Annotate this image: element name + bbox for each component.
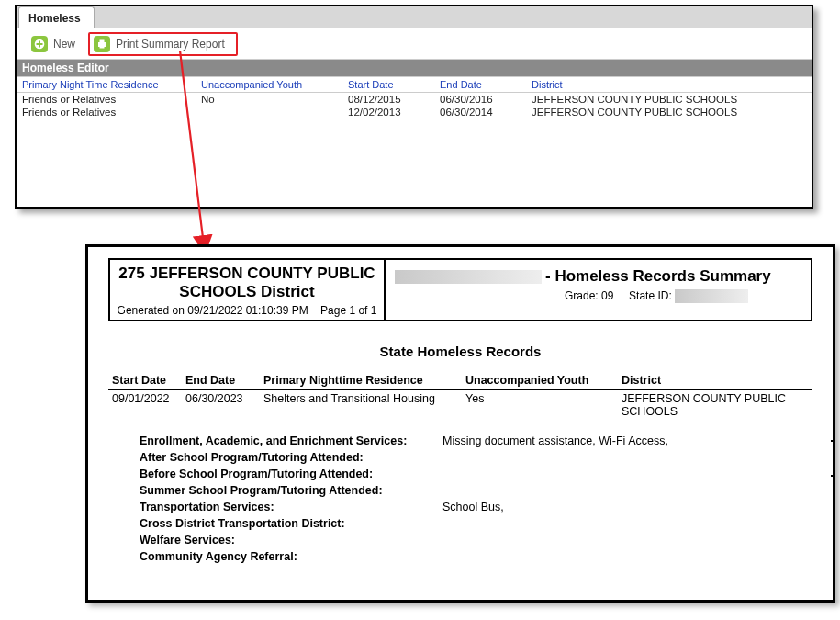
svc-label: Welfare Services:: [140, 534, 442, 547]
svc-value: [442, 451, 812, 464]
records-row: 09/01/2022 06/30/2023 Shelters and Trans…: [108, 389, 812, 420]
cell-end: 06/30/2016: [434, 93, 526, 106]
svg-rect-4: [100, 39, 105, 42]
svc-value: School Bus,: [442, 501, 812, 513]
grid-header-row: Primary Night Time Residence Unaccompani…: [17, 77, 812, 93]
cell-start: 08/12/2015: [342, 93, 434, 106]
svc-value: [442, 484, 812, 497]
svc-value: [442, 550, 812, 563]
redacted-stateid: [675, 289, 748, 303]
report-header: 275 JEFFERSON COUNTY PUBLIC SCHOOLS Dist…: [108, 258, 812, 321]
svg-rect-5: [100, 45, 105, 49]
report-district-title: 275 JEFFERSON COUNTY PUBLIC SCHOOLS Dist…: [114, 265, 380, 300]
cell-start: 12/02/2013: [342, 106, 434, 118]
cell-district: JEFFERSON COUNTY PUBLIC SCHOOLS: [526, 93, 812, 106]
report-title: - Homeless Records Summary: [545, 267, 771, 286]
cell-district: JEFFERSON COUNTY PUBLIC SCHOOLS: [526, 106, 812, 118]
redacted-name: [395, 270, 542, 284]
editor-title: Homeless Editor: [17, 60, 812, 76]
services-list: Enrollment, Academic, and Enrichment Ser…: [108, 433, 812, 565]
homeless-panel: Homeless New Print Summary Report Homele…: [15, 5, 813, 209]
rcell-end: 06/30/2023: [182, 389, 260, 420]
tab-bar: Homeless: [17, 6, 812, 28]
rcol-start: Start Date: [108, 372, 182, 389]
section-title: State Homeless Records: [108, 344, 812, 359]
svc-value: [442, 517, 812, 530]
report-page: Page 1 of 1: [320, 304, 376, 317]
svc-label: Transportation Services:: [140, 501, 442, 513]
homeless-grid: Primary Night Time Residence Unaccompani…: [17, 76, 812, 93]
svc-label: Cross District Transportation District:: [140, 517, 442, 530]
grid-row[interactable]: Friends or Relatives No 08/12/2015 06/30…: [17, 93, 812, 106]
rcell-start: 09/01/2022: [108, 389, 182, 420]
col-uyouth[interactable]: Unaccompanied Youth: [196, 77, 342, 93]
rcell-district: JEFFERSON COUNTY PUBLIC SCHOOLS: [618, 389, 812, 420]
col-residence[interactable]: Primary Night Time Residence: [17, 77, 196, 93]
stateid-label: State ID:: [629, 289, 672, 302]
svc-value: Missing document assistance, Wi-Fi Acces…: [442, 434, 812, 447]
new-button-label: New: [53, 38, 75, 51]
rcol-uyouth: Unaccompanied Youth: [462, 372, 618, 389]
rcol-end: End Date: [182, 372, 260, 389]
col-start[interactable]: Start Date: [342, 77, 434, 93]
tab-homeless[interactable]: Homeless: [18, 6, 95, 28]
svg-rect-2: [37, 43, 43, 45]
records-table: Start Date End Date Primary Nighttime Re…: [108, 372, 812, 420]
tick-mark: [831, 475, 834, 477]
svc-label: Before School Program/Tutoring Attended:: [140, 468, 442, 480]
rcol-district: District: [618, 372, 812, 389]
grid-row[interactable]: Friends or Relatives 12/02/2013 06/30/20…: [17, 106, 812, 118]
print-summary-label: Print Summary Report: [116, 38, 225, 51]
cell-uyouth: [196, 106, 342, 118]
new-button[interactable]: New: [24, 32, 83, 56]
grade-value: 09: [601, 289, 613, 302]
toolbar: New Print Summary Report: [17, 28, 812, 60]
svc-label: Enrollment, Academic, and Enrichment Ser…: [140, 434, 442, 447]
tick-mark: [831, 440, 834, 442]
report-generated: Generated on 09/21/2022 01:10:39 PM: [118, 304, 308, 317]
svc-label: After School Program/Tutoring Attended:: [140, 451, 442, 464]
report-panel: 275 JEFFERSON COUNTY PUBLIC SCHOOLS Dist…: [85, 244, 835, 603]
rcol-res: Primary Nighttime Residence: [260, 372, 462, 389]
cell-uyouth: No: [196, 93, 342, 106]
col-district[interactable]: District: [526, 77, 812, 93]
col-end[interactable]: End Date: [434, 77, 526, 93]
svc-label: Summer School Program/Tutoring Attended:: [140, 484, 442, 497]
print-icon: [94, 36, 110, 52]
svc-label: Community Agency Referral:: [140, 550, 442, 563]
rcell-uyouth: Yes: [462, 389, 618, 420]
cell-end: 06/30/2014: [434, 106, 526, 118]
cell-residence: Friends or Relatives: [17, 106, 196, 118]
rcell-res: Shelters and Transitional Housing: [260, 389, 462, 420]
cell-residence: Friends or Relatives: [17, 93, 196, 106]
svc-value: [442, 534, 812, 547]
print-summary-button[interactable]: Print Summary Report: [88, 32, 238, 56]
svc-value: [442, 468, 812, 480]
grade-label: Grade:: [565, 289, 599, 302]
plus-icon: [31, 36, 48, 52]
